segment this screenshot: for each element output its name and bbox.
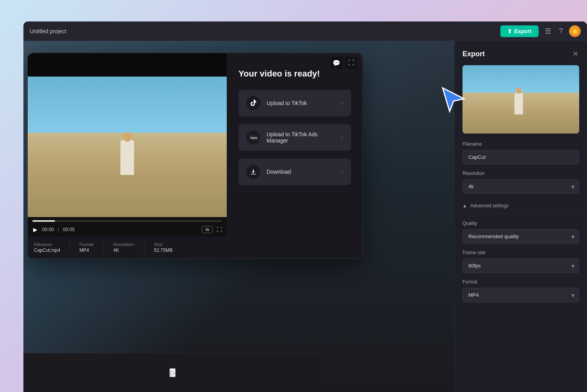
progress-fill bbox=[32, 220, 55, 222]
export-panel: Export ✕ Filename Resolution 4k bbox=[454, 41, 587, 392]
chevron-up-icon: ▲ bbox=[462, 203, 467, 208]
format-select-wrapper: MP4 MOV AVI bbox=[462, 288, 579, 302]
play-button[interactable]: ▶ bbox=[32, 226, 38, 233]
filename-label: Filename: bbox=[34, 242, 60, 247]
avatar[interactable]: 🌟 bbox=[569, 25, 581, 37]
tiktok-label: Upload to TikTok bbox=[267, 100, 307, 106]
fullscreen-icon-button[interactable]: ⛶ bbox=[345, 57, 357, 69]
chevron-right-download-icon: › bbox=[341, 168, 343, 175]
modal-toolbar: 💬 ⛶ bbox=[331, 57, 357, 69]
thumb-figure bbox=[514, 93, 523, 114]
upload-tiktok-ads-button[interactable]: TikTok Upload to TikTok Ads Manager › bbox=[238, 124, 351, 151]
filename-section: Filename bbox=[455, 141, 587, 171]
quality-section: Quality Recommended quality High quality… bbox=[455, 215, 587, 250]
quality-select-wrapper: Recommended quality High quality Standar… bbox=[462, 229, 579, 244]
resolution-field-label: Resolution bbox=[462, 171, 579, 176]
close-export-button[interactable]: ✕ bbox=[572, 49, 579, 59]
topbar: Untitled project ⬆ Export ☰ ? 🌟 bbox=[23, 21, 587, 41]
format-select[interactable]: MP4 MOV AVI bbox=[462, 288, 579, 302]
scene-figure bbox=[121, 140, 134, 175]
divider bbox=[462, 213, 579, 214]
size-label: Size: bbox=[154, 242, 173, 247]
current-time: 00:00 bbox=[42, 227, 54, 232]
download-label: Download bbox=[267, 169, 291, 175]
advanced-label: Advanced settings bbox=[470, 203, 509, 208]
download-button[interactable]: Download › bbox=[238, 159, 351, 185]
framerate-section: Frame rate 60fps 30fps 25fps 24fps bbox=[455, 250, 587, 279]
timeline-area: ▷ bbox=[23, 353, 322, 392]
format-value: MP4 bbox=[79, 248, 94, 253]
filename-input[interactable] bbox=[462, 150, 579, 164]
advanced-settings-toggle[interactable]: ▲ Advanced settings bbox=[455, 200, 587, 212]
video-controls: ▶ 00:00 | 00:05 4k ⛶ bbox=[28, 217, 227, 237]
export-icon: ⬆ bbox=[507, 28, 512, 34]
fullscreen-button[interactable]: ⛶ bbox=[217, 226, 222, 233]
total-time: 00:05 bbox=[63, 227, 75, 232]
size-value: 52.75MB bbox=[154, 248, 173, 253]
tiktok-ads-label: Upload to TikTok Ads Manager bbox=[267, 131, 335, 144]
chevron-right-icon: › bbox=[341, 100, 343, 107]
editor-area: 💬 ⛶ bbox=[23, 41, 454, 392]
filename-value: CapCut.mp4 bbox=[34, 248, 60, 253]
resolution-info: Resolution: 4K bbox=[113, 242, 135, 253]
format-info: Format: MP4 bbox=[79, 242, 94, 253]
resolution-select[interactable]: 4k 2k 1080p 720p 480p bbox=[462, 179, 579, 194]
filename-info: Filename: CapCut.mp4 bbox=[34, 242, 60, 253]
main-content: 💬 ⛶ bbox=[23, 41, 587, 392]
feedback-icon-button[interactable]: 💬 bbox=[331, 57, 342, 69]
download-icon bbox=[246, 165, 260, 179]
app-window: Untitled project ⬆ Export ☰ ? 🌟 💬 ⛶ bbox=[23, 21, 587, 392]
export-panel-title: Export bbox=[462, 50, 485, 58]
framerate-field-label: Frame rate bbox=[462, 250, 579, 255]
quality-field-label: Quality bbox=[462, 221, 579, 226]
progress-bar[interactable] bbox=[32, 220, 222, 222]
tiktok-ads-icon: TikTok bbox=[246, 130, 260, 144]
format-section: Format MP4 MOV AVI bbox=[455, 279, 587, 308]
upload-tiktok-button[interactable]: Upload to TikTok › bbox=[238, 90, 351, 116]
framerate-select-wrapper: 60fps 30fps 25fps 24fps bbox=[462, 258, 579, 273]
svg-text:TikTok: TikTok bbox=[250, 136, 258, 140]
ready-panel: Your video is ready! Upload to TikTok › bbox=[227, 53, 363, 258]
filename-field-label: Filename bbox=[462, 141, 579, 147]
controls-row: ▶ 00:00 | 00:05 4k ⛶ bbox=[32, 226, 222, 233]
chevron-right-ads-icon: › bbox=[341, 134, 343, 141]
quality-badge: 4k bbox=[202, 226, 213, 233]
format-label: Format: bbox=[79, 242, 94, 247]
resolution-value: 4K bbox=[113, 248, 135, 253]
resolution-section: Resolution 4k 2k 1080p 720p 480p bbox=[455, 171, 587, 200]
modal-body: ▶ 00:00 | 00:05 4k ⛶ Filename: C bbox=[28, 53, 363, 258]
project-title: Untitled project bbox=[30, 28, 66, 34]
framerate-select[interactable]: 60fps 30fps 25fps 24fps bbox=[462, 258, 579, 273]
export-panel-header: Export ✕ bbox=[455, 41, 587, 65]
video-top-bar bbox=[28, 53, 227, 77]
resolution-label: Resolution: bbox=[113, 242, 135, 247]
video-preview bbox=[28, 53, 227, 217]
help-icon-button[interactable]: ? bbox=[557, 25, 564, 37]
tiktok-icon bbox=[246, 96, 260, 110]
topbar-actions: ⬆ Export ☰ ? 🌟 bbox=[500, 25, 581, 37]
resolution-select-wrapper: 4k 2k 1080p 720p 480p bbox=[462, 179, 579, 194]
export-thumbnail bbox=[462, 65, 579, 134]
export-label: Export bbox=[514, 28, 532, 34]
file-info: Filename: CapCut.mp4 Format: MP4 Resolut… bbox=[28, 237, 227, 258]
format-field-label: Format bbox=[462, 279, 579, 285]
video-ready-modal: 💬 ⛶ bbox=[27, 53, 363, 259]
export-button[interactable]: ⬆ Export bbox=[500, 25, 539, 37]
video-frame bbox=[28, 77, 227, 217]
menu-icon-button[interactable]: ☰ bbox=[543, 25, 553, 37]
scene-sky bbox=[28, 77, 227, 140]
quality-select[interactable]: Recommended quality High quality Standar… bbox=[462, 229, 579, 244]
size-info: Size: 52.75MB bbox=[154, 242, 173, 253]
ready-title: Your video is ready! bbox=[238, 69, 351, 79]
timeline-play-button[interactable]: ▷ bbox=[169, 368, 176, 377]
video-player: ▶ 00:00 | 00:05 4k ⛶ Filename: C bbox=[28, 53, 227, 258]
